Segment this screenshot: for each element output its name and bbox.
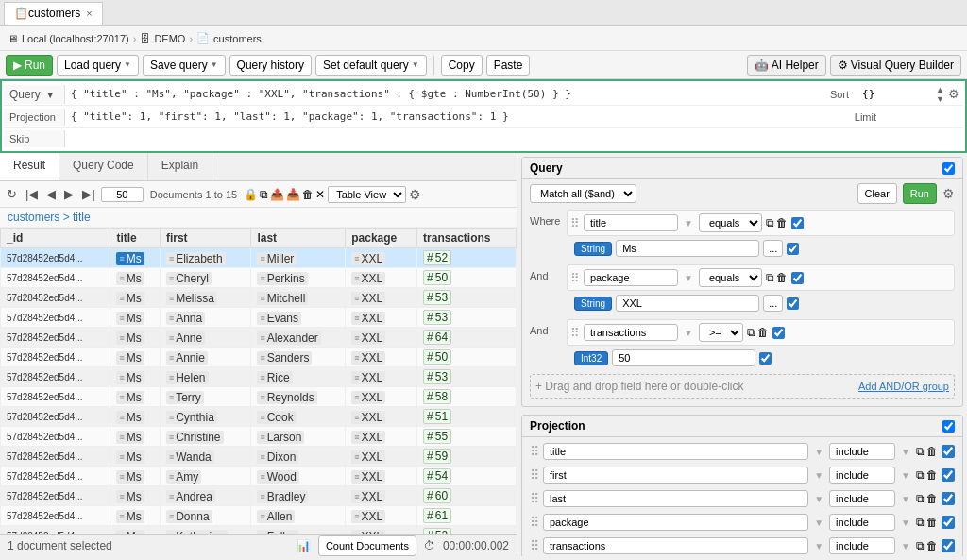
proj-check-0[interactable] bbox=[942, 445, 955, 458]
next-btn[interactable]: ▶ bbox=[61, 185, 76, 203]
sort-input[interactable] bbox=[857, 86, 932, 102]
tab-explain[interactable]: Explain bbox=[148, 153, 212, 180]
copy-condition-3[interactable]: ⧉ bbox=[747, 326, 755, 339]
op-select-1[interactable]: equals bbox=[699, 213, 762, 232]
tab-query-code[interactable]: Query Code bbox=[59, 153, 148, 180]
proj-delete-0[interactable]: 🗑 bbox=[926, 445, 938, 458]
trash-icon[interactable]: 🗑 bbox=[302, 188, 314, 201]
query-history-button[interactable]: Query history bbox=[229, 55, 312, 76]
col-transactions[interactable]: transactions bbox=[417, 229, 517, 248]
field-select-3[interactable]: transactions bbox=[584, 324, 678, 341]
tab-customers[interactable]: 📋 customers × bbox=[4, 2, 103, 25]
proj-field-select-4[interactable]: transactions bbox=[543, 537, 808, 554]
table-row[interactable]: 57d28452ed5d4... ≡Ms ≡Elizabeth ≡Miller … bbox=[1, 248, 517, 268]
projection-section-toggle[interactable] bbox=[942, 420, 955, 433]
condition-1-check[interactable] bbox=[791, 217, 804, 229]
value-check-1[interactable] bbox=[787, 243, 799, 255]
value-check-3[interactable] bbox=[759, 352, 772, 365]
tab-result[interactable]: Result bbox=[0, 153, 59, 180]
proj-op-select-3[interactable]: include bbox=[829, 514, 895, 531]
proj-check-3[interactable] bbox=[942, 516, 955, 529]
close-icon[interactable]: ✕ bbox=[315, 188, 325, 201]
table-row[interactable]: 57d28452ed5d4... ≡Ms ≡Annie ≡Sanders ≡XX… bbox=[1, 348, 517, 367]
proj-copy-2[interactable]: ⧉ bbox=[916, 492, 925, 505]
drag-handle-2[interactable]: ⠿ bbox=[570, 271, 580, 285]
proj-copy-3[interactable]: ⧉ bbox=[916, 516, 925, 529]
query-input[interactable] bbox=[65, 86, 823, 102]
set-default-query-button[interactable]: Set default query ▼ bbox=[315, 55, 427, 76]
value-input-3[interactable] bbox=[612, 349, 755, 366]
copy-button[interactable]: Copy bbox=[441, 55, 483, 76]
tab-close-btn[interactable]: × bbox=[86, 8, 92, 19]
proj-copy-1[interactable]: ⧉ bbox=[916, 468, 925, 482]
proj-op-select-4[interactable]: include bbox=[829, 537, 895, 554]
table-row[interactable]: 57d28452ed5d4... ≡Ms ≡Anne ≡Alexander ≡X… bbox=[1, 328, 517, 348]
add-and-or-group[interactable]: Add AND/OR group bbox=[858, 381, 949, 392]
table-row[interactable]: 57d28452ed5d4... ≡Ms ≡Andrea ≡Bradley ≡X… bbox=[1, 486, 517, 506]
table-row[interactable]: 57d28452ed5d4... ≡Ms ≡Terry ≡Reynolds ≡X… bbox=[1, 387, 517, 407]
proj-check-4[interactable] bbox=[942, 539, 955, 552]
table-row[interactable]: 57d28452ed5d4... ≡Ms ≡Amy ≡Wood ≡XXL #54 bbox=[1, 467, 517, 486]
count-documents-btn[interactable]: Count Documents bbox=[318, 535, 416, 556]
table-row[interactable]: 57d28452ed5d4... ≡Ms ≡Cheryl ≡Perkins ≡X… bbox=[1, 268, 517, 288]
clear-btn[interactable]: Clear bbox=[857, 183, 897, 204]
sort-up-icon[interactable]: ▲ bbox=[936, 85, 944, 94]
per-page-input[interactable] bbox=[101, 187, 144, 202]
paste-button[interactable]: Paste bbox=[486, 55, 531, 76]
query-settings-icon[interactable]: ⚙ bbox=[948, 87, 959, 101]
copy-condition-1[interactable]: ⧉ bbox=[766, 216, 774, 229]
settings-icon[interactable]: ⚙ bbox=[409, 187, 421, 202]
query-dropdown-icon[interactable]: ▼ bbox=[46, 91, 55, 100]
table-row[interactable]: 57d28452ed5d4... ≡Ms ≡Christine ≡Larson … bbox=[1, 427, 517, 447]
type-string-1[interactable]: String bbox=[574, 242, 612, 256]
proj-field-select-1[interactable]: first bbox=[543, 467, 808, 484]
proj-delete-2[interactable]: 🗑 bbox=[926, 492, 938, 505]
delete-condition-1[interactable]: 🗑 bbox=[776, 216, 788, 229]
field-select-2[interactable]: package bbox=[584, 269, 678, 286]
refresh-btn[interactable]: ↻ bbox=[4, 185, 20, 203]
copy-condition-2[interactable]: ⧉ bbox=[766, 271, 774, 284]
settings-icon2[interactable]: ⚙ bbox=[942, 186, 955, 201]
limit-input[interactable] bbox=[884, 109, 959, 125]
proj-delete-4[interactable]: 🗑 bbox=[926, 539, 938, 552]
visual-query-builder-button[interactable]: ⚙ Visual Query Builder bbox=[830, 55, 961, 76]
table-row[interactable]: 57d28452ed5d4... ≡Ms ≡Cynthia ≡Cook ≡XXL… bbox=[1, 407, 517, 427]
condition-3-check[interactable] bbox=[772, 327, 785, 339]
proj-check-2[interactable] bbox=[942, 492, 955, 505]
proj-delete-3[interactable]: 🗑 bbox=[926, 516, 938, 529]
table-row[interactable]: 57d28452ed5d4... ≡Ms ≡Melissa ≡Mitchell … bbox=[1, 288, 517, 308]
run-query-btn[interactable]: Run bbox=[903, 183, 937, 204]
proj-field-select-0[interactable]: title bbox=[543, 443, 808, 460]
ai-helper-button[interactable]: 🤖 AI Helper bbox=[747, 55, 826, 76]
condition-2-check[interactable] bbox=[791, 272, 804, 284]
table-row[interactable]: 57d28452ed5d4... ≡Ms ≡Katherine ≡Fuller … bbox=[1, 526, 517, 535]
proj-field-select-2[interactable]: last bbox=[543, 490, 808, 507]
prev-btn[interactable]: ◀ bbox=[43, 185, 59, 203]
value-check-2[interactable] bbox=[787, 297, 799, 310]
import-icon[interactable]: 📥 bbox=[286, 188, 300, 201]
op-select-3[interactable]: >= bbox=[699, 323, 743, 342]
proj-op-select-0[interactable]: include bbox=[829, 443, 895, 460]
col-title[interactable]: title bbox=[110, 229, 161, 248]
proj-copy-0[interactable]: ⧉ bbox=[916, 445, 925, 458]
proj-op-select-1[interactable]: include bbox=[829, 467, 895, 484]
value-input-2[interactable] bbox=[616, 295, 759, 312]
load-query-button[interactable]: Load query ▼ bbox=[57, 55, 139, 76]
more-opts-2[interactable]: ... bbox=[763, 295, 783, 312]
first-page-btn[interactable]: |◀ bbox=[23, 185, 41, 203]
table-row[interactable]: 57d28452ed5d4... ≡Ms ≡Anna ≡Evans ≡XXL #… bbox=[1, 308, 517, 328]
proj-op-select-2[interactable]: include bbox=[829, 490, 895, 507]
delete-condition-2[interactable]: 🗑 bbox=[776, 271, 788, 284]
op-select-2[interactable]: equals bbox=[699, 268, 762, 287]
col-id[interactable]: _id bbox=[1, 229, 110, 248]
query-section-toggle[interactable] bbox=[942, 162, 955, 175]
run-button[interactable]: ▶ Run bbox=[6, 55, 53, 76]
proj-drag-handle-0[interactable]: ⠿ bbox=[530, 444, 539, 459]
proj-drag-handle-1[interactable]: ⠿ bbox=[530, 467, 539, 483]
proj-drag-handle-2[interactable]: ⠿ bbox=[530, 491, 539, 506]
proj-field-select-3[interactable]: package bbox=[543, 514, 808, 531]
proj-drag-handle-4[interactable]: ⠿ bbox=[530, 538, 539, 553]
proj-drag-handle-3[interactable]: ⠿ bbox=[530, 515, 539, 530]
type-int32-3[interactable]: Int32 bbox=[574, 351, 608, 365]
skip-input[interactable] bbox=[65, 131, 254, 147]
